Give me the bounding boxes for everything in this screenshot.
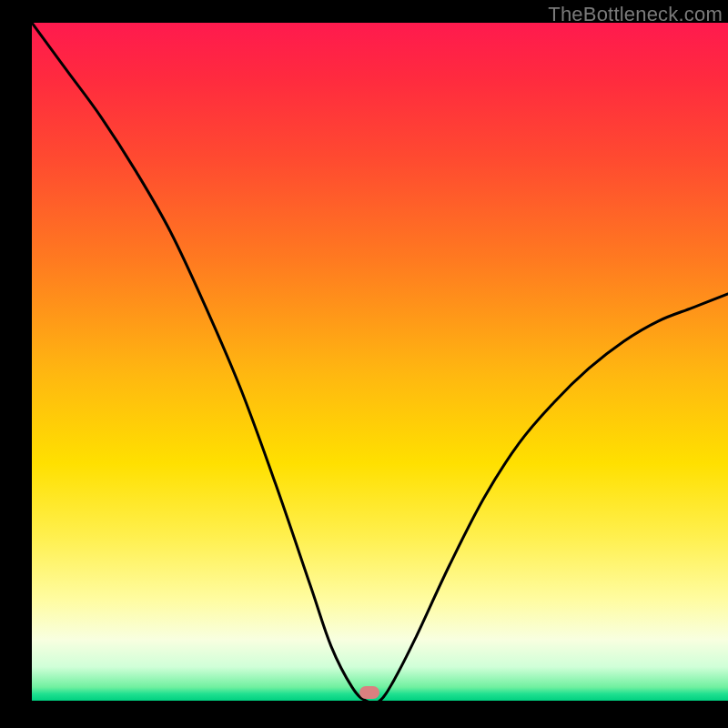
- minimum-marker: [359, 686, 379, 699]
- bottleneck-curve: [32, 23, 728, 701]
- curve-path: [32, 23, 728, 701]
- chart-stage: TheBottleneck.com: [0, 0, 728, 728]
- watermark-text: TheBottleneck.com: [548, 3, 723, 26]
- plot-area: [32, 23, 728, 701]
